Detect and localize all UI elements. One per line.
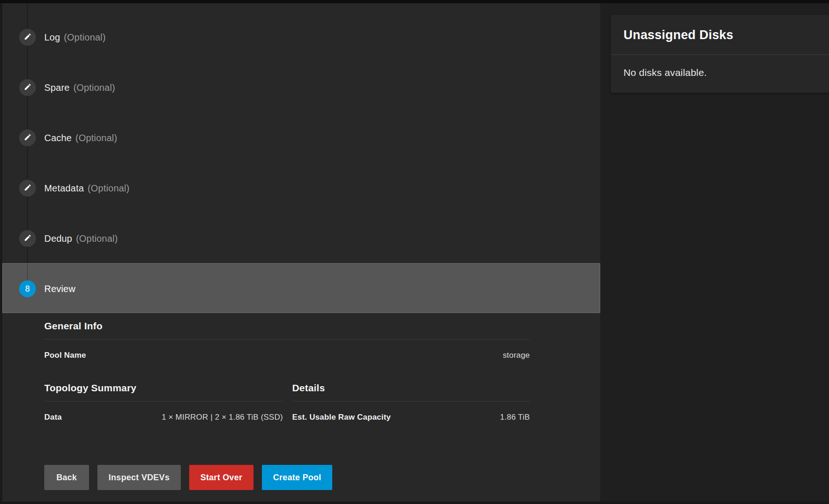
edit-icon [24,234,32,244]
wizard-actions: Back Inspect VDEVs Start Over Create Poo… [44,465,332,490]
step-number-badge: 8 [19,280,36,297]
topology-data-label: Data [44,413,62,422]
step-label: Review [44,280,75,297]
topology-data-row: Data 1 × MIRROR | 2 × 1.86 TiB (SSD) [44,413,283,422]
stepper-step-metadata[interactable]: Metadata (Optional) [2,180,600,197]
capacity-value: 1.86 TiB [500,413,530,422]
back-button[interactable]: Back [44,465,89,490]
step-optional-tag: (Optional) [64,32,106,43]
unassigned-disks-card: Unassigned Disks No disks available. [611,15,829,93]
pool-name-value: storage [503,351,530,360]
edit-icon [24,133,32,143]
divider [292,401,530,402]
stepper-step-review[interactable]: 8 Review [2,263,600,313]
topology-data-value: 1 × MIRROR | 2 × 1.86 TiB (SSD) [162,413,283,422]
step-label: Metadata [44,183,84,194]
create-pool-button[interactable]: Create Pool [262,465,332,490]
step-label: Log [44,32,60,43]
edit-icon [24,33,32,42]
step-optional-tag: (Optional) [75,133,117,143]
step-number: 8 [25,284,30,294]
bottom-edge-bar [0,502,829,504]
no-disks-message: No disks available. [623,67,707,78]
step-circle[interactable] [19,29,36,46]
stepper-connector-line [27,264,28,280]
edit-icon [24,184,32,193]
step-circle[interactable] [19,230,36,247]
step-circle[interactable] [19,79,36,96]
details-capacity-row: Est. Usable Raw Capacity 1.86 TiB [292,413,530,422]
step-label: Dedup [44,233,72,244]
capacity-label: Est. Usable Raw Capacity [292,413,391,422]
stepper-step-spare[interactable]: Spare (Optional) [2,79,600,96]
stepper-step-log[interactable]: Log (Optional) [2,29,600,46]
step-optional-tag: (Optional) [88,183,130,194]
start-over-button[interactable]: Start Over [189,465,253,490]
divider [611,54,829,55]
step-circle[interactable] [19,180,36,197]
step-optional-tag: (Optional) [76,233,118,244]
divider [44,339,530,340]
general-info-heading: General Info [44,320,103,332]
step-label: Cache [44,133,72,143]
inspect-vdevs-button[interactable]: Inspect VDEVs [97,465,181,490]
unassigned-disks-title: Unassigned Disks [623,28,733,42]
topology-summary-heading: Topology Summary [44,382,137,394]
pool-name-label: Pool Name [44,351,86,360]
step-label: Spare [44,82,69,93]
edit-icon [24,83,32,93]
pool-wizard-panel: Log (Optional) Spare (Optional) Cache (O… [2,3,600,502]
pool-name-row: Pool Name storage [44,351,530,360]
stepper-step-dedup[interactable]: Dedup (Optional) [2,230,600,247]
step-circle[interactable] [19,129,36,146]
stepper-step-cache[interactable]: Cache (Optional) [2,129,600,146]
top-edge-bar [0,0,829,3]
step-optional-tag: (Optional) [73,82,115,93]
divider [44,401,283,402]
details-heading: Details [292,382,325,394]
